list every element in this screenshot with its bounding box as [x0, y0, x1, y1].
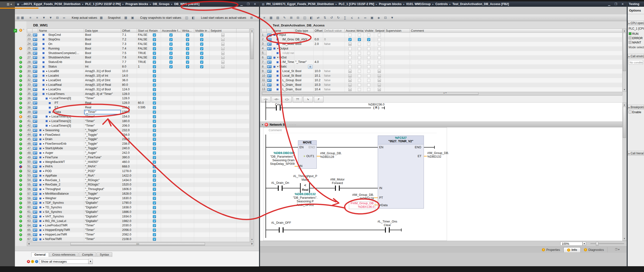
writable-checkbox[interactable] [186, 42, 189, 46]
scroll-left-icon[interactable]: ◀ [28, 242, 30, 245]
left-horizontal-scrollbar[interactable]: ◀ ⦀⦀⦀ ▶ [27, 242, 254, 246]
table-row[interactable]: 58 ▸Weigher "_Weigher" 1630.0 [27, 196, 250, 201]
datatype-cell[interactable]: "Timer" [84, 223, 121, 228]
scroll-down-icon[interactable]: ▼ [250, 238, 254, 241]
accessible-checkbox[interactable] [348, 47, 352, 50]
writable-checkbox[interactable] [358, 47, 361, 50]
interface-horizontal-scrollbar[interactable]: ▲▼ [262, 92, 622, 96]
writable-checkbox[interactable] [358, 34, 361, 36]
supervision-cell[interactable] [385, 60, 410, 64]
setpoint-checkbox[interactable] [221, 106, 224, 109]
datatype-cell[interactable]: Array[0..31] of Bool [84, 87, 121, 92]
accessible-checkbox[interactable] [170, 70, 172, 73]
table-row[interactable]: 44 ▸FlowDetect "_Toggle" 234.0 [27, 133, 250, 137]
expand-icon[interactable]: ▸ [42, 142, 45, 146]
datatype-cell[interactable]: "DigitalIn" [84, 201, 121, 205]
setpoint-checkbox[interactable] [221, 152, 224, 154]
writable-checkbox[interactable] [186, 160, 189, 164]
accessible-checkbox[interactable] [170, 74, 172, 77]
writable-checkbox[interactable] [186, 138, 189, 141]
toolbar-icon[interactable]: ▼ [389, 15, 395, 20]
restore-icon[interactable]: ❐ [246, 2, 250, 6]
comment-cell[interactable] [410, 60, 622, 64]
move-in-operand[interactable]: "DB_Parameters". Seasoning.Drain StopDel… [266, 155, 294, 166]
start-value-cell[interactable] [137, 74, 148, 78]
inspector-tab[interactable]: Cross-references [49, 252, 78, 257]
start-value-cell[interactable] [137, 210, 148, 214]
accessible-checkbox[interactable] [170, 42, 172, 46]
writable-checkbox[interactable] [358, 52, 361, 55]
datatype-cell[interactable]: Bool [84, 60, 121, 64]
writable-checkbox[interactable] [358, 65, 361, 68]
datatype-cell[interactable]: Bool▤ [294, 69, 314, 74]
breadcrumb[interactable]: ...00171_Egypt_Foods_PC50_DistributionPL… [21, 2, 239, 6]
expand-icon[interactable]: ▸ [280, 60, 282, 64]
toolbar-icon[interactable]: ⊡ [382, 15, 388, 20]
lad-element-button[interactable]: ?? [293, 96, 302, 102]
accessible-checkbox[interactable] [170, 170, 172, 173]
datatype-cell[interactable]: "_Throughput" [84, 187, 121, 192]
supervision-cell[interactable] [385, 55, 410, 60]
writable-checkbox[interactable] [186, 84, 189, 86]
compare-bottom-operand[interactable]: "DB_Parameters". Seasoning.P Amin_SP002 [291, 196, 319, 207]
toolbar-icon[interactable]: ⊟ [54, 15, 60, 20]
retain-checkbox[interactable] [153, 74, 156, 77]
visible-checkbox[interactable] [200, 147, 203, 150]
db-editor-titlebar[interactable]: ▣ ...00171_Egypt_Foods_PC50_Distribution… [15, 2, 259, 7]
setpoint-checkbox[interactable] [378, 38, 381, 41]
retain-checkbox[interactable] [153, 147, 156, 150]
visible-checkbox[interactable] [200, 124, 203, 127]
col-offset[interactable]: Offset [314, 28, 323, 33]
footer-tab[interactable]: iInfo [564, 247, 580, 252]
start-value-cell[interactable] [137, 119, 148, 124]
table-row[interactable]: 54 ▸RevGate_1 "_RGlogic" 1434.0 [27, 178, 250, 182]
retain-checkbox[interactable] [153, 52, 156, 55]
datatype-cell[interactable]: ▤ [294, 55, 314, 60]
tonr-pt-pin[interactable]: PT [379, 196, 383, 200]
tonr-data-operand-error[interactable]: P#IM_Group_DB. %DBX136.0 [349, 201, 375, 209]
col-setpoint[interactable]: Setpoint [210, 28, 236, 33]
accessible-checkbox[interactable] [170, 60, 172, 64]
expand-icon[interactable]: ▸ [42, 205, 45, 210]
setpoint-checkbox[interactable] [221, 165, 224, 168]
enable-checkbox[interactable] [628, 110, 632, 114]
setpoint-checkbox[interactable] [221, 170, 224, 173]
start-value-cell[interactable] [137, 187, 148, 192]
col-supervision[interactable]: Supervision [385, 28, 410, 33]
writable-checkbox[interactable] [186, 38, 189, 41]
datatype-cell[interactable]: Bool▤ [294, 42, 314, 46]
testing-section-header[interactable]: ▸ Call environment [628, 54, 644, 58]
writable-checkbox[interactable] [358, 42, 361, 46]
visible-checkbox[interactable] [367, 60, 370, 64]
writable-checkbox[interactable] [186, 115, 189, 118]
datatype-cell[interactable]: Bool [84, 33, 121, 37]
writable-checkbox[interactable] [358, 60, 361, 64]
start-value-cell[interactable]: FALSE [137, 37, 148, 42]
visible-checkbox[interactable] [200, 138, 203, 141]
setpoint-checkbox[interactable] [221, 188, 224, 191]
table-row[interactable]: 45 ▸Drain "_Toggle" 236.0 [27, 137, 250, 142]
supervision-cell[interactable] [385, 83, 410, 87]
visible-checkbox[interactable] [200, 79, 203, 82]
accessible-checkbox[interactable] [170, 79, 172, 82]
error-filter-icon[interactable]: ✕ [27, 260, 30, 263]
accessible-checkbox[interactable] [170, 156, 172, 159]
expand-icon[interactable]: ▾ [46, 92, 48, 96]
writable-checkbox[interactable] [186, 228, 189, 232]
retain-checkbox[interactable] [153, 152, 156, 154]
scroll-up-icon[interactable]: ▲ [250, 29, 254, 32]
visible-checkbox[interactable] [200, 56, 203, 59]
supervision-cell[interactable] [385, 69, 410, 74]
col-visible[interactable]: Visible in ... [364, 28, 374, 33]
table-row[interactable]: 50 ▸WeighBackWT "_HI4050" 460.0 [27, 160, 250, 164]
setpoint-checkbox[interactable] [378, 60, 381, 64]
setpoint-checkbox[interactable] [221, 92, 224, 96]
toolbar-icon[interactable]: ▣ [369, 15, 375, 20]
expand-icon[interactable]: ▾ [276, 46, 279, 51]
visible-checkbox[interactable] [200, 156, 203, 159]
writable-checkbox[interactable] [186, 233, 189, 236]
setpoint-checkbox[interactable] [221, 115, 224, 118]
datatype-cell[interactable]: "_Timer"▤ [294, 60, 314, 64]
datatype-cell[interactable]: "Timer" [84, 124, 121, 128]
inspector-tab[interactable]: Compile [79, 252, 96, 257]
